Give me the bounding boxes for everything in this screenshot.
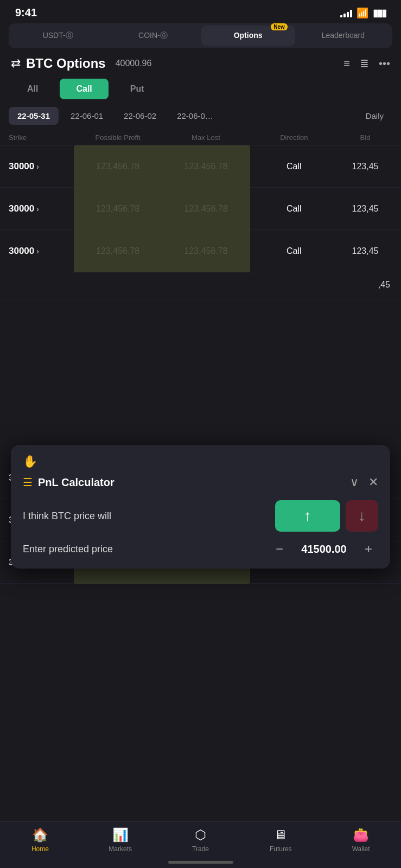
max-lost-cell: 123,456.78 bbox=[162, 152, 250, 181]
pnl-direction-buttons: ↑ ↓ bbox=[275, 500, 378, 532]
more-icon[interactable]: ••• bbox=[379, 58, 390, 70]
header-left: ⇄ BTC Options 40000.96 bbox=[11, 56, 151, 71]
strike-cell: 30000 › bbox=[9, 203, 74, 214]
pnl-prompt: I think BTC price will bbox=[23, 510, 111, 522]
pnl-price-row: Enter predicted price − 41500.00 + bbox=[23, 541, 378, 557]
pnl-price-label: Enter predicted price bbox=[23, 544, 113, 555]
btc-price: 40000.96 bbox=[116, 59, 152, 68]
direction-cell: Call bbox=[250, 237, 338, 266]
price-value: 41500.00 bbox=[297, 543, 351, 556]
wifi-icon: 📶 bbox=[357, 7, 368, 19]
transfer-icon[interactable]: ⇄ bbox=[11, 56, 21, 71]
nav-home[interactable]: 🏠 Home bbox=[21, 827, 59, 853]
battery-icon: ▮▮▮ bbox=[373, 7, 386, 19]
up-arrow-icon: ↑ bbox=[304, 507, 311, 525]
page-title: BTC Options bbox=[26, 56, 106, 71]
strike-cell: 30000 › bbox=[9, 161, 74, 172]
new-badge: New bbox=[271, 23, 288, 30]
pnl-title: PnL Calculator bbox=[38, 476, 114, 489]
nav-trade[interactable]: ⬡ Trade bbox=[181, 827, 219, 853]
nav-wallet-label: Wallet bbox=[352, 845, 370, 853]
price-down-button[interactable]: ↓ bbox=[346, 500, 378, 532]
nav-markets-label: Markets bbox=[109, 845, 132, 853]
tab-usdt[interactable]: USDT-⓪ bbox=[11, 25, 105, 46]
time-display: 9:41 bbox=[15, 7, 37, 19]
put-button[interactable]: Put bbox=[114, 79, 161, 99]
direction-cell: Call bbox=[250, 194, 338, 224]
trade-icon: ⬡ bbox=[195, 827, 206, 843]
nav-trade-label: Trade bbox=[192, 845, 209, 853]
pnl-calculator-panel: ✋ ☰ PnL Calculator ∨ ✕ I think BTC price… bbox=[11, 445, 390, 569]
tab-leaderboard[interactable]: Leaderboard bbox=[296, 25, 390, 46]
table-row[interactable]: 30000 › 123,456.78 123,456.78 Call 123,4… bbox=[0, 145, 401, 188]
nav-futures[interactable]: 🖥 Futures bbox=[262, 827, 300, 853]
top-tab-bar: USDT-⓪ COIN-⓪ New Options Leaderboard bbox=[9, 23, 392, 48]
home-icon: 🏠 bbox=[32, 827, 48, 843]
table-section-top: 30000 › 123,456.78 123,456.78 Call 123,4… bbox=[0, 145, 401, 272]
price-plus-button[interactable]: + bbox=[359, 541, 378, 557]
pnl-menu-icon: ☰ bbox=[23, 476, 33, 489]
nav-futures-label: Futures bbox=[270, 845, 292, 853]
col-direction: Direction bbox=[250, 133, 338, 142]
chevron-icon: › bbox=[36, 162, 39, 171]
pnl-header-left: ☰ PnL Calculator bbox=[23, 476, 114, 489]
date-tab-bar: 22-05-31 22-06-01 22-06-02 22-06-0… Dail… bbox=[0, 105, 401, 130]
status-bar: 9:41 📶 ▮▮▮ bbox=[0, 0, 401, 23]
price-minus-button[interactable]: − bbox=[270, 541, 289, 557]
date-tab-2[interactable]: 22-06-02 bbox=[115, 107, 165, 125]
call-button[interactable]: Call bbox=[60, 79, 108, 99]
wallet-icon: 👛 bbox=[353, 827, 369, 843]
collapse-button[interactable]: ∨ bbox=[350, 475, 359, 489]
date-tab-1[interactable]: 22-06-01 bbox=[62, 107, 112, 125]
table-header: Strike Possible Profit Max Lost Directio… bbox=[0, 130, 401, 145]
chevron-icon: › bbox=[36, 247, 39, 256]
pnl-direction-row: I think BTC price will ↑ ↓ bbox=[23, 500, 378, 532]
col-bid: Bid bbox=[338, 133, 392, 142]
col-strike: Strike bbox=[9, 133, 74, 142]
signal-icon bbox=[340, 9, 352, 17]
chevron-icon: › bbox=[36, 205, 39, 213]
table-row[interactable]: 30000 › 123,456.78 123,456.78 Call 123,4… bbox=[0, 188, 401, 230]
pnl-price-controls: − 41500.00 + bbox=[270, 541, 378, 557]
status-icons: 📶 ▮▮▮ bbox=[340, 7, 386, 19]
page-header: ⇄ BTC Options 40000.96 ≡ ≣ ••• bbox=[0, 48, 401, 76]
home-indicator bbox=[168, 861, 233, 864]
max-lost-cell: 123,456.78 bbox=[162, 194, 250, 224]
table-row[interactable]: 30000 › 123,456.78 123,456.78 Call 123,4… bbox=[0, 230, 401, 272]
drag-handle-icon[interactable]: ✋ bbox=[23, 455, 378, 469]
bid-cell: 123,45 bbox=[338, 237, 392, 266]
max-lost-cell: 123,456.78 bbox=[162, 237, 250, 266]
all-button[interactable]: All bbox=[11, 79, 54, 99]
futures-icon: 🖥 bbox=[274, 827, 287, 843]
settings-icon[interactable]: ≣ bbox=[360, 57, 369, 70]
date-tab-0[interactable]: 22-05-31 bbox=[9, 107, 59, 125]
bid-cell: 123,45 bbox=[338, 194, 392, 224]
col-possible-profit: Possible Profit bbox=[74, 133, 162, 142]
pnl-header-right: ∨ ✕ bbox=[350, 475, 378, 489]
pnl-header: ☰ PnL Calculator ∨ ✕ bbox=[23, 475, 378, 489]
close-button[interactable]: ✕ bbox=[368, 475, 378, 489]
markets-icon: 📊 bbox=[112, 827, 129, 843]
price-up-button[interactable]: ↑ bbox=[275, 500, 340, 532]
tab-options[interactable]: New Options bbox=[201, 25, 295, 46]
nav-markets[interactable]: 📊 Markets bbox=[101, 827, 139, 853]
header-actions: ≡ ≣ ••• bbox=[343, 57, 390, 70]
partial-bid: ,45 bbox=[378, 280, 390, 290]
tab-coin[interactable]: COIN-⓪ bbox=[106, 25, 200, 46]
nav-home-label: Home bbox=[31, 845, 49, 853]
possible-profit-cell: 123,456.78 bbox=[74, 237, 162, 266]
direction-cell: Call bbox=[250, 152, 338, 181]
filter-icon[interactable]: ≡ bbox=[343, 58, 350, 70]
bid-cell: 123,45 bbox=[338, 152, 392, 181]
strike-cell: 30000 › bbox=[9, 246, 74, 257]
nav-wallet[interactable]: 👛 Wallet bbox=[342, 827, 380, 853]
col-max-lost: Max Lost bbox=[162, 133, 250, 142]
possible-profit-cell: 123,456.78 bbox=[74, 152, 162, 181]
down-arrow-icon: ↓ bbox=[358, 507, 366, 525]
possible-profit-cell: 123,456.78 bbox=[74, 194, 162, 224]
date-tab-3[interactable]: 22-06-0… bbox=[168, 107, 222, 125]
call-put-toggle: All Call Put bbox=[0, 76, 401, 105]
date-tab-daily[interactable]: Daily bbox=[357, 107, 392, 125]
